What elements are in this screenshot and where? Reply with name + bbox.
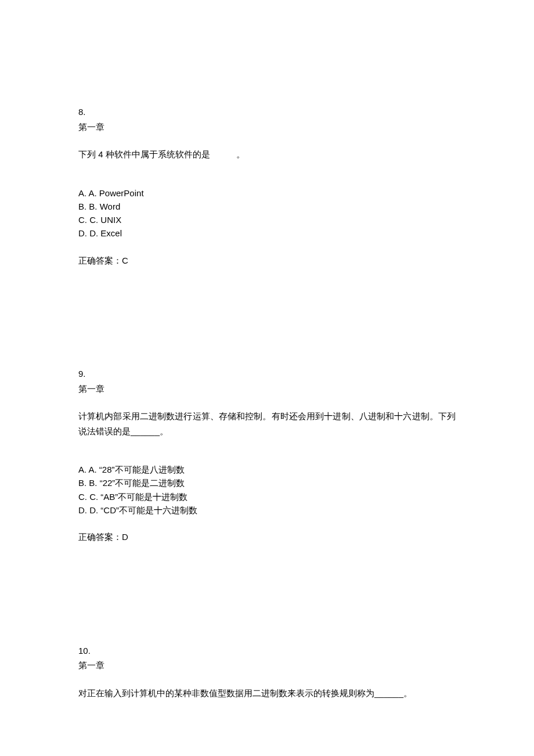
question-text: 对正在输入到计算机中的某种非数值型数据用二进制数来表示的转换规则称为______… xyxy=(78,686,456,701)
question-number: 10. xyxy=(78,643,456,658)
question-9: 9. 第一章 计算机内部采用二进制数进行运算、存储和控制。有时还会用到十进制、八… xyxy=(78,366,456,545)
option-a: A. A. “28”不可能是八进制数 xyxy=(78,463,456,476)
question-answer: 正确答案：C xyxy=(78,253,456,268)
option-c: C. C. UNIX xyxy=(78,213,456,226)
document-page: 8. 第一章 下列 4 种软件中属于系统软件的是 。 A. A. PowerPo… xyxy=(0,0,534,754)
option-d: D. D. Excel xyxy=(78,226,456,240)
question-options: A. A. “28”不可能是八进制数 B. B. “22”不可能是二进制数 C.… xyxy=(78,463,456,517)
question-10: 10. 第一章 对正在输入到计算机中的某种非数值型数据用二进制数来表示的转换规则… xyxy=(78,643,456,701)
question-text: 下列 4 种软件中属于系统软件的是 。 xyxy=(78,147,456,162)
question-number: 8. xyxy=(78,105,456,120)
question-options: A. A. PowerPoint B. B. Word C. C. UNIX D… xyxy=(78,186,456,240)
question-chapter: 第一章 xyxy=(78,381,456,397)
question-chapter: 第一章 xyxy=(78,120,456,135)
question-text: 计算机内部采用二进制数进行运算、存储和控制。有时还会用到十进制、八进制和十六进制… xyxy=(78,409,456,438)
option-c: C. C. “AB”不可能是十进制数 xyxy=(78,490,456,503)
question-8: 8. 第一章 下列 4 种软件中属于系统软件的是 。 A. A. PowerPo… xyxy=(78,105,456,268)
question-number: 9. xyxy=(78,366,456,381)
option-b: B. B. “22”不可能是二进制数 xyxy=(78,476,456,489)
question-chapter: 第一章 xyxy=(78,658,456,673)
question-answer: 正确答案：D xyxy=(78,530,456,545)
option-a: A. A. PowerPoint xyxy=(78,186,456,200)
option-b: B. B. Word xyxy=(78,200,456,213)
option-d: D. D. “CD”不可能是十六进制数 xyxy=(78,503,456,517)
